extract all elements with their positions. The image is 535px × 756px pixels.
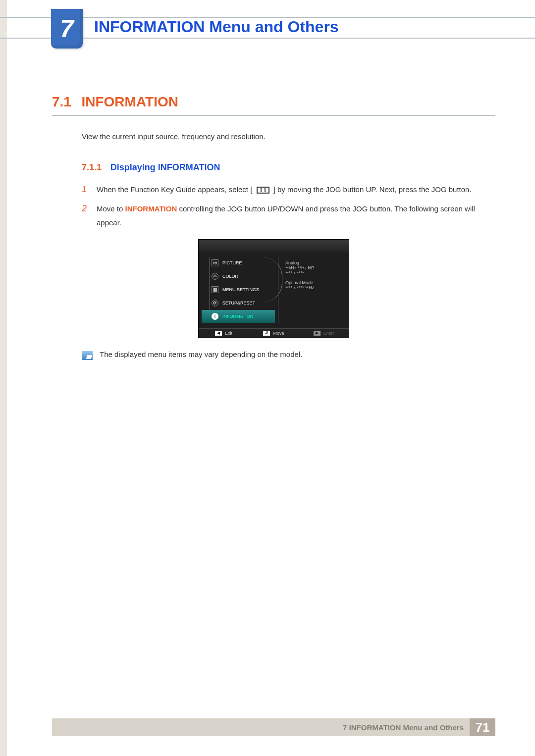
menu-settings-icon: ▦ [212, 286, 218, 293]
subsection-heading-row: 7.1.1 Displaying INFORMATION [82, 162, 495, 173]
osd-exit-hint: ◀ Exit [199, 329, 249, 338]
note-row: The displayed menu items may vary depend… [82, 350, 495, 360]
osd-right-panel: Analog **kHz **Hz NP **** x **** Optimal… [278, 256, 344, 323]
osd-titlebar [199, 240, 349, 252]
osd-info-line: **kHz **Hz NP [285, 265, 344, 270]
step-2-number: 2 [82, 202, 90, 230]
step-1-pre: When the Function Key Guide appears, sel… [97, 185, 252, 194]
osd-item-label: PICTURE [222, 260, 242, 265]
step-1-number: 1 [82, 183, 90, 197]
osd-move-label: Move [273, 331, 284, 336]
osd-enter-hint: ▶ Enter [299, 329, 349, 338]
right-key-icon: ▶ [314, 331, 321, 336]
chapter-number: 7 [60, 14, 74, 43]
section-title: INFORMATION [81, 94, 178, 109]
step-1: 1 When the Function Key Guide appears, s… [82, 183, 495, 197]
osd-bottom-bar: ◀ Exit ⇵ Move ▶ Enter [199, 328, 349, 338]
osd-item-information: i INFORMATION [202, 310, 275, 323]
page: 7 INFORMATION Menu and Others 7.1 INFORM… [0, 0, 535, 756]
section-intro: View the current input source, frequency… [82, 131, 495, 143]
section-heading-row: 7.1 INFORMATION [52, 94, 495, 110]
osd-info-line: **** x **** **Hz [285, 285, 344, 290]
osd-item-label: SETUP&RESET [222, 301, 255, 305]
footer-text: 7 INFORMATION Menu and Others [343, 723, 464, 732]
osd-body: ▭ PICTURE ∞ COLOR ▦ MENU SETTINGS ⟳ SETU… [199, 252, 349, 328]
osd-enter-label: Enter [323, 331, 334, 336]
updown-key-icon: ⇵ [263, 331, 270, 336]
section-rule [52, 115, 495, 116]
osd-item-label: MENU SETTINGS [222, 287, 259, 292]
osd-info-line: **** x **** [285, 270, 344, 275]
steps-list: 1 When the Function Key Guide appears, s… [82, 183, 495, 230]
osd-move-hint: ⇵ Move [249, 329, 299, 338]
note-icon [82, 351, 93, 360]
osd-item-label: COLOR [222, 274, 238, 279]
chapter-title: INFORMATION Menu and Others [94, 18, 339, 36]
color-icon: ∞ [212, 273, 218, 280]
osd-exit-label: Exit [225, 331, 232, 336]
info-icon: i [212, 313, 218, 320]
note-text: The displayed menu items may vary depend… [100, 350, 302, 358]
osd-screenshot: ▭ PICTURE ∞ COLOR ▦ MENU SETTINGS ⟳ SETU… [198, 239, 349, 338]
setup-reset-icon: ⟳ [212, 300, 218, 306]
step-2-body: Move to INFORMATION controlling the JOG … [97, 202, 495, 230]
left-key-icon: ◀ [215, 331, 222, 336]
osd-info-line: Optimal Mode [285, 280, 344, 285]
osd-item-label: INFORMATION [222, 314, 253, 319]
step-1-body: When the Function Key Guide appears, sel… [97, 183, 495, 197]
step-2-information-keyword: INFORMATION [125, 204, 177, 213]
subsection-number: 7.1.1 [82, 162, 102, 172]
step-2-a: Move to [97, 204, 125, 213]
section-number: 7.1 [52, 94, 79, 110]
osd-connector-curve [264, 257, 282, 302]
footer-page-number: 71 [470, 718, 495, 736]
picture-icon: ▭ [212, 259, 218, 266]
left-gutter [0, 0, 7, 756]
chapter-badge: 7 [51, 9, 83, 49]
step-1-post: ] by moving the JOG button UP. Next, pre… [273, 185, 472, 194]
spacer [285, 275, 344, 280]
footer: 7 INFORMATION Menu and Others 71 [52, 718, 495, 736]
content-area: 7.1 INFORMATION View the current input s… [52, 94, 495, 360]
subsection-title: Displaying INFORMATION [110, 162, 220, 172]
menu-icon [257, 187, 269, 194]
osd-info-line: Analog [285, 260, 344, 265]
step-2: 2 Move to INFORMATION controlling the JO… [82, 202, 495, 230]
